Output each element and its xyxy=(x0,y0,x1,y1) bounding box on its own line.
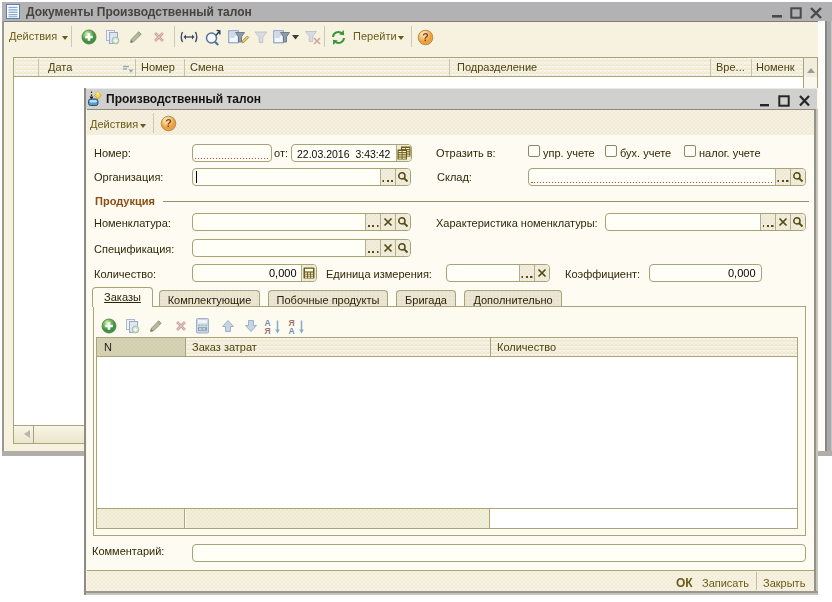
svg-text:А: А xyxy=(289,326,295,335)
svg-text:Я: Я xyxy=(265,326,271,335)
svg-text:?: ? xyxy=(165,117,171,129)
svg-text:?: ? xyxy=(422,31,428,43)
